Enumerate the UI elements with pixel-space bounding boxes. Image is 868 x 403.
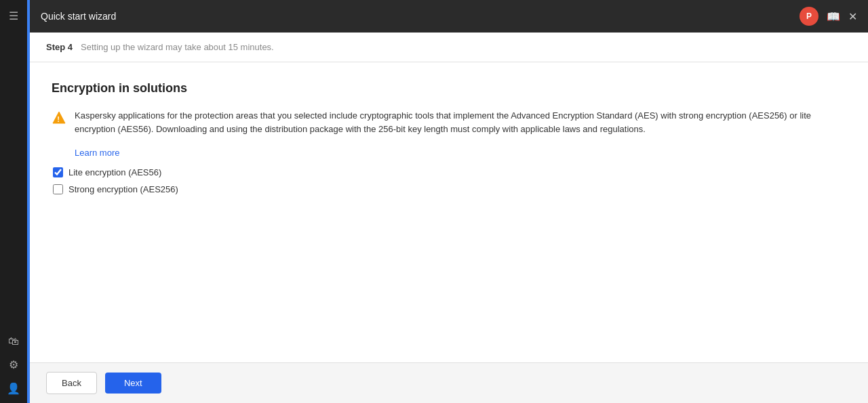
sidebar-settings-icon[interactable]: ⚙ bbox=[9, 358, 18, 371]
learn-more-link[interactable]: Learn more bbox=[75, 148, 846, 158]
lite-encryption-checkbox[interactable]: Lite encryption (AES56) bbox=[53, 167, 846, 177]
next-button[interactable]: Next bbox=[105, 373, 161, 394]
close-icon[interactable]: ✕ bbox=[848, 10, 857, 23]
avatar-button[interactable]: P bbox=[800, 7, 818, 26]
warning-box: ! Kaspersky applications for the protect… bbox=[52, 109, 846, 135]
titlebar: Quick start wizard P 📖 ✕ bbox=[30, 0, 868, 33]
warning-text: Kaspersky applications for the protectio… bbox=[75, 109, 846, 135]
sidebar-shop-icon[interactable]: 🛍 bbox=[8, 335, 19, 347]
main-wrapper: Quick start wizard P 📖 ✕ Step 4 Setting … bbox=[30, 0, 868, 403]
titlebar-title: Quick start wizard bbox=[41, 11, 800, 22]
stepbar: Step 4 Setting up the wizard may take ab… bbox=[30, 33, 868, 62]
sidebar-user-icon[interactable]: 👤 bbox=[7, 382, 20, 395]
strong-encryption-checkbox[interactable]: Strong encryption (AES256) bbox=[53, 184, 846, 194]
sidebar: ☰ 🛍 ⚙ 👤 bbox=[0, 0, 27, 403]
lite-encryption-label: Lite encryption (AES56) bbox=[68, 167, 161, 177]
lite-encryption-input[interactable] bbox=[53, 167, 63, 177]
menu-icon[interactable]: ☰ bbox=[5, 5, 22, 26]
footer: Back Next bbox=[30, 362, 868, 403]
content-area: Encryption in solutions ! Kaspersky appl… bbox=[30, 62, 868, 362]
titlebar-actions: P 📖 ✕ bbox=[800, 7, 857, 26]
page-title: Encryption in solutions bbox=[52, 81, 846, 96]
strong-encryption-label: Strong encryption (AES256) bbox=[68, 184, 178, 194]
warning-icon: ! bbox=[52, 110, 66, 128]
strong-encryption-input[interactable] bbox=[53, 184, 63, 194]
book-icon[interactable]: 📖 bbox=[827, 10, 840, 23]
step-label: Step 4 bbox=[46, 42, 73, 52]
step-subtitle: Setting up the wizard may take about 15 … bbox=[81, 42, 274, 52]
back-button[interactable]: Back bbox=[46, 372, 97, 394]
svg-text:!: ! bbox=[57, 115, 60, 123]
checkbox-group: Lite encryption (AES56) Strong encryptio… bbox=[53, 167, 846, 194]
